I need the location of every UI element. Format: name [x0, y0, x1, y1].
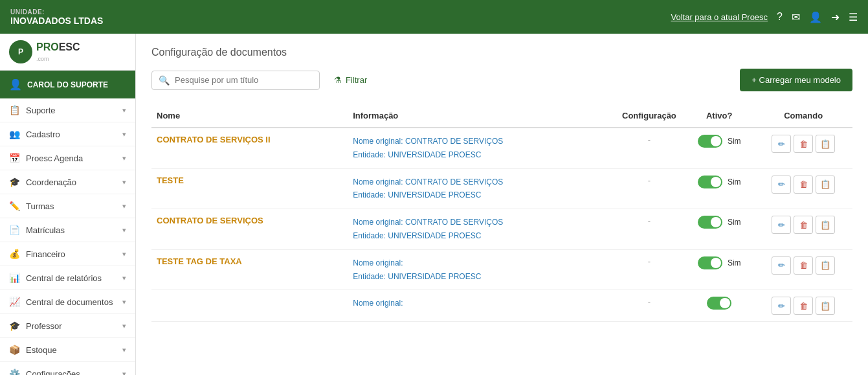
- delete-button[interactable]: 🗑: [794, 216, 813, 234]
- sidebar-item-central-documentos[interactable]: 📈 Central de documentos ▾: [0, 290, 135, 314]
- view-button[interactable]: 📋: [816, 256, 835, 275]
- logout-icon[interactable]: ➜: [831, 11, 840, 23]
- sidebar-item-cadastro[interactable]: 👥 Cadastro ▾: [0, 122, 135, 146]
- logo-icon: P: [9, 40, 32, 63]
- agenda-icon: 📅: [9, 153, 19, 163]
- sidebar-user: 👤 CAROL DO SUPORTE: [0, 71, 135, 98]
- active-toggle[interactable]: [707, 297, 731, 310]
- table-row: CONTRATO DE SERVIÇOS Nome original: CONT…: [151, 209, 852, 250]
- chevron-icon: ▾: [122, 226, 126, 234]
- sidebar-item-matriculas[interactable]: 📄 Matrículas ▾: [0, 218, 135, 242]
- delete-button[interactable]: 🗑: [794, 256, 813, 275]
- menu-icon[interactable]: ☰: [849, 11, 858, 23]
- doc-info-entidade: Entidade: UNIVERSIDADE PROESC: [353, 150, 481, 159]
- doc-config: -: [614, 290, 684, 322]
- sidebar-item-label: Coordenação: [26, 177, 76, 187]
- edit-button[interactable]: ✏: [772, 216, 791, 234]
- sidebar-item-label: Proesc Agenda: [26, 153, 83, 163]
- action-buttons: ✏ 🗑 📋: [759, 135, 847, 153]
- doc-name-link[interactable]: TESTE TAG DE TAXA: [157, 256, 242, 266]
- topbar-actions: Voltar para o atual Proesc ? ✉ 👤 ➜ ☰: [671, 11, 858, 23]
- chevron-icon: ▾: [122, 370, 126, 376]
- doc-info-original: Nome original:: [353, 258, 403, 267]
- sidebar-item-label: Suporte: [26, 106, 56, 115]
- page-title: Configuração de documentos: [151, 47, 852, 58]
- edit-button[interactable]: ✏: [772, 135, 791, 153]
- active-toggle[interactable]: [698, 176, 722, 188]
- delete-button[interactable]: 🗑: [794, 297, 813, 315]
- view-button[interactable]: 📋: [816, 297, 835, 315]
- sidebar-item-proesc-agenda[interactable]: 📅 Proesc Agenda ▾: [0, 146, 135, 170]
- doc-name-link[interactable]: TESTE: [157, 176, 184, 185]
- table-row: CONTRATO DE SERVIÇOS II Nome original: C…: [151, 128, 852, 168]
- sidebar-item-label: Professor: [26, 321, 62, 331]
- edit-button[interactable]: ✏: [772, 297, 791, 315]
- help-icon[interactable]: ?: [777, 11, 783, 23]
- sidebar-item-label: Configurações: [26, 369, 80, 376]
- edit-button[interactable]: ✏: [772, 176, 791, 194]
- chevron-icon: ▾: [122, 154, 126, 163]
- filter-button[interactable]: ⚗ Filtrar: [328, 71, 373, 89]
- coordenacao-icon: 🎓: [9, 177, 19, 187]
- toggle-cell: Sim: [689, 176, 749, 188]
- sidebar-item-financeiro[interactable]: 💰 Financeiro ▾: [0, 242, 135, 266]
- sidebar-item-suporte[interactable]: 📋 Suporte ▾: [0, 98, 135, 122]
- action-buttons: ✏ 🗑 📋: [759, 216, 847, 234]
- doc-info-original: Nome original:: [353, 299, 403, 308]
- active-toggle[interactable]: [698, 256, 722, 269]
- person-icon[interactable]: 👤: [809, 11, 822, 23]
- sidebar-item-professor[interactable]: 🎓 Professor ▾: [0, 314, 135, 338]
- configuracoes-icon: ⚙️: [9, 369, 19, 375]
- logo-area: P PROESC .com: [0, 34, 135, 71]
- back-link[interactable]: Voltar para o atual Proesc: [671, 12, 768, 22]
- active-toggle[interactable]: [698, 135, 722, 148]
- search-input[interactable]: [175, 75, 313, 85]
- chevron-icon: ▾: [122, 178, 126, 187]
- professor-icon: 🎓: [9, 321, 19, 331]
- sidebar-item-coordenacao[interactable]: 🎓 Coordenação ▾: [0, 170, 135, 194]
- edit-button[interactable]: ✏: [772, 256, 791, 275]
- doc-info-original: Nome original: CONTRATO DE SERVIÇOS: [353, 218, 503, 227]
- delete-button[interactable]: 🗑: [794, 135, 813, 153]
- unit-label: UNIDADE:: [10, 8, 103, 16]
- estoque-icon: 📦: [9, 345, 19, 355]
- doc-name-link[interactable]: CONTRATO DE SERVIÇOS: [157, 216, 263, 225]
- sidebar-item-turmas[interactable]: ✏️ Turmas ▾: [0, 194, 135, 218]
- col-header-informacao: Informação: [348, 104, 614, 128]
- toolbar-left: 🔍 ⚗ Filtrar: [151, 71, 373, 90]
- doc-name-link[interactable]: CONTRATO DE SERVIÇOS II: [157, 135, 271, 144]
- turmas-icon: ✏️: [9, 201, 19, 211]
- sidebar-item-label: Matrículas: [26, 225, 65, 235]
- sidebar-item-estoque[interactable]: 📦 Estoque ▾: [0, 338, 135, 362]
- sidebar: P PROESC .com 👤 CAROL DO SUPORTE 📋 Supor…: [0, 34, 136, 375]
- active-label: Sim: [728, 218, 741, 227]
- active-label: Sim: [728, 177, 741, 187]
- view-button[interactable]: 📋: [816, 216, 835, 234]
- doc-info-original: Nome original: CONTRATO DE SERVIÇOS: [353, 137, 503, 146]
- doc-config: -: [614, 128, 684, 168]
- view-button[interactable]: 📋: [816, 176, 835, 194]
- filter-icon: ⚗: [334, 75, 342, 85]
- topbar-unit: UNIDADE: INOVADADOS LTDAS: [10, 8, 103, 26]
- doc-info-entidade: Entidade: UNIVERSIDADE PROESC: [353, 190, 481, 199]
- toggle-cell: Sim: [689, 256, 749, 269]
- chevron-icon: ▾: [122, 274, 126, 282]
- active-toggle[interactable]: [698, 216, 722, 229]
- sidebar-item-central-relatorios[interactable]: 📊 Central de relatórios ▾: [0, 266, 135, 290]
- suporte-icon: 📋: [9, 105, 19, 115]
- mail-icon[interactable]: ✉: [792, 11, 800, 23]
- active-label: Sim: [728, 258, 741, 267]
- toggle-cell: [689, 297, 749, 310]
- financeiro-icon: 💰: [9, 249, 19, 259]
- sidebar-item-configuracoes[interactable]: ⚙️ Configurações ▾: [0, 362, 135, 375]
- main-content: Configuração de documentos 🔍 ⚗ Filtrar +…: [136, 34, 868, 375]
- table-row: Nome original: - ✏ 🗑 📋: [151, 290, 852, 322]
- delete-button[interactable]: 🗑: [794, 176, 813, 194]
- toolbar: 🔍 ⚗ Filtrar + Carregar meu modelo: [151, 69, 852, 91]
- sidebar-item-label: Central de documentos: [26, 297, 113, 307]
- view-button[interactable]: 📋: [816, 135, 835, 153]
- unit-name: INOVADADOS LTDAS: [10, 16, 103, 26]
- upload-model-button[interactable]: + Carregar meu modelo: [740, 69, 852, 91]
- chevron-icon: ▾: [122, 322, 126, 330]
- chevron-icon: ▾: [122, 250, 126, 258]
